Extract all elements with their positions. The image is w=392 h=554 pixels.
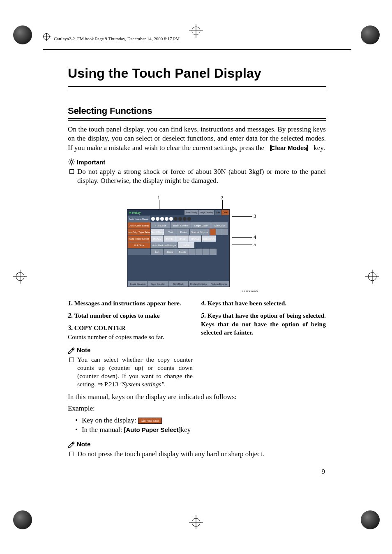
callout-3: 3 <box>254 213 256 219</box>
corner-ball-tr <box>361 25 380 44</box>
note-heading-1: Note <box>68 346 193 354</box>
important-item: Do not apply a strong shock or force of … <box>69 167 326 185</box>
callout-5: 5 <box>254 241 256 248</box>
registration-mark-right <box>365 270 379 284</box>
item-2: 2.Total number of copies to make <box>68 311 193 320</box>
example-bullet-2: In the manual: [Auto Paper Select] key <box>75 425 326 435</box>
clear-modes-keycap: Clear Modes <box>266 144 312 151</box>
item-1: 1.Messages and instructions appear here. <box>68 299 193 308</box>
image-overlay-key: Image Overlay <box>198 210 214 215</box>
auto-orig-type-key: Auto Orig. Type Select <box>128 229 150 235</box>
gear-icon <box>68 158 75 166</box>
item-4: 4.Keys that have been selected. <box>201 299 326 308</box>
touch-panel-screenshot: 1 2 Ready Area Editing Image Overlay 1/9… <box>127 194 267 293</box>
intro-tail: key. <box>312 144 325 152</box>
item-3: 3.COPY COUNTER <box>68 323 193 332</box>
post-line-1: In this manual, keys on the display are … <box>68 392 326 402</box>
important-label: Important <box>77 159 105 166</box>
corner-ball-bl <box>13 510 32 529</box>
auto-color-select-key: Auto Color Select <box>128 222 150 229</box>
density-label: Auto Image Dens. <box>128 216 150 222</box>
section-title: Selecting Functions <box>68 106 326 116</box>
svg-point-12 <box>70 161 73 163</box>
title-rule <box>68 86 326 89</box>
post-line-2: Example: <box>68 404 326 413</box>
item-5: 5.Keys that have the option of being sel… <box>201 311 326 336</box>
square-bullet-icon <box>69 358 74 362</box>
density-scale <box>151 217 191 221</box>
section-rule <box>68 118 326 121</box>
note-heading-2: Note <box>68 441 326 448</box>
header-crop-icon <box>43 33 50 40</box>
header-text: Cattleya2-2_FM.book Page 9 Thursday, Dec… <box>54 36 180 42</box>
counter-display: 1/99 <box>214 210 221 215</box>
clear-key: Clear <box>221 210 229 215</box>
page-number: 9 <box>322 468 325 476</box>
copy-counter-sub: Counts number of copies made so far. <box>68 333 193 341</box>
page-header: Cattleya2-2_FM.book Page 9 Thursday, Dec… <box>43 34 351 50</box>
registration-mark-bottom <box>189 515 203 529</box>
area-editing-key: Area Editing <box>184 210 198 215</box>
corner-ball-br <box>361 510 380 529</box>
example-bullet-1: Key on the display: Auto Paper Select <box>75 416 326 425</box>
callout-4: 4 <box>254 234 256 240</box>
intro-paragraph: On the touch panel display, you can find… <box>68 125 326 152</box>
auto-paper-select-mini-key: Auto Paper Select <box>138 418 162 424</box>
note-item-2: Do not press the touch panel display wit… <box>69 450 326 459</box>
note-item-1: You can select whether the copy counter … <box>69 355 193 389</box>
orientation-icon <box>210 229 216 235</box>
pencil-icon <box>68 441 75 448</box>
auto-paper-select-key: Auto Paper Select <box>128 235 150 242</box>
pencil-icon <box>68 346 75 354</box>
figure-code: ZEDS500N <box>234 290 258 293</box>
registration-mark-left <box>13 270 27 284</box>
full-size-key: Full Size <box>128 242 150 248</box>
important-heading: Important <box>68 158 326 166</box>
square-bullet-icon <box>69 169 74 174</box>
corner-ball-tl <box>13 25 32 44</box>
chapter-title: Using the Touch Panel Display <box>68 66 326 81</box>
square-bullet-icon <box>69 452 74 456</box>
important-body: Do not apply a strong shock or force of … <box>77 167 326 185</box>
